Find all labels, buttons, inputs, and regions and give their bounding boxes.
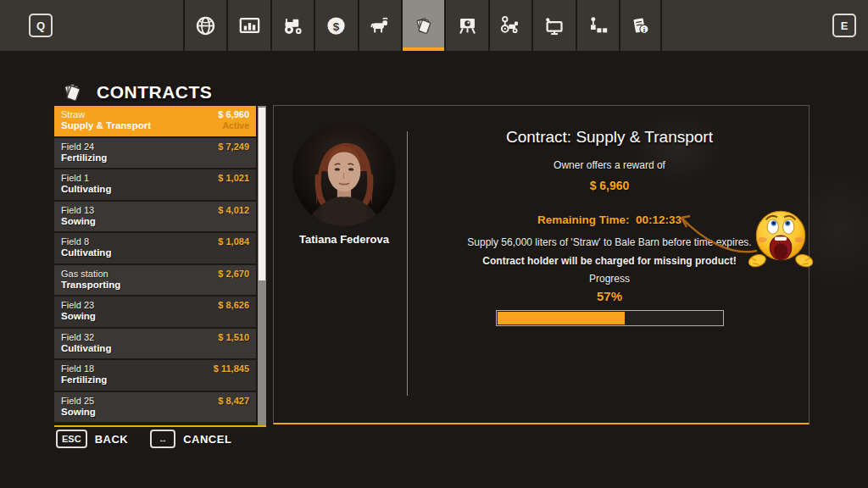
contract-type: Sowing xyxy=(61,311,96,321)
top-menu-bar: Q $i E xyxy=(0,0,868,51)
panel-divider xyxy=(407,131,408,396)
monitor-icon xyxy=(542,14,565,37)
contract-row[interactable]: Field 32$ 1,510Cultivating xyxy=(54,329,256,361)
contract-reward: $ 4,012 xyxy=(218,205,249,215)
contract-list-panel: Straw$ 6,960Supply & TransportActiveFiel… xyxy=(54,106,266,427)
tab-structures[interactable] xyxy=(576,0,619,51)
org-chart-icon xyxy=(587,14,609,37)
contract-type: Supply & Transport xyxy=(61,120,151,130)
contract-name: Field 25 xyxy=(61,396,94,406)
contract-row[interactable]: Field 18$ 11,845Fertilizing xyxy=(54,360,256,392)
tab-computer[interactable] xyxy=(531,0,575,51)
contract-name: Field 8 xyxy=(61,236,89,247)
tab-vehicles[interactable] xyxy=(270,0,314,51)
contract-reward: $ 6,960 xyxy=(218,109,249,119)
tab-contracts[interactable] xyxy=(401,0,444,51)
progress-percent: 57% xyxy=(418,289,801,303)
contract-reward: $ 8,626 xyxy=(218,300,249,310)
contract-reward: $ 8,427 xyxy=(218,396,249,406)
back-button[interactable]: ESC BACK xyxy=(56,430,128,448)
contract-name: Field 1 xyxy=(61,173,89,183)
contract-type: Cultivating xyxy=(61,343,111,353)
back-label: BACK xyxy=(95,433,129,446)
papers-icon xyxy=(412,14,435,37)
reward-intro: Owner offers a reward of xyxy=(418,159,801,171)
contract-list: Straw$ 6,960Supply & TransportActiveFiel… xyxy=(54,106,256,425)
page-title: CONTRACTS xyxy=(97,82,212,103)
charge-warning: Contract holder will be charged for miss… xyxy=(418,255,801,267)
contract-type: Cultivating xyxy=(61,247,111,258)
owner-portrait-illustration xyxy=(292,123,396,226)
remaining-time-value: 00:12:33 xyxy=(636,214,682,226)
tab-vehicle-config[interactable] xyxy=(488,0,531,51)
contract-name: Gas station xyxy=(61,269,108,279)
contract-row[interactable]: Field 13$ 4,012Sowing xyxy=(54,202,256,234)
list-scrollbar[interactable] xyxy=(258,106,266,425)
remaining-time-label: Remaining Time: xyxy=(537,214,630,226)
contract-detail-panel: Tatiana Federova Contract: Supply & Tran… xyxy=(273,105,810,424)
contract-name: Field 24 xyxy=(61,141,94,152)
progress-bar-fill xyxy=(498,312,625,324)
machine-nodes-icon xyxy=(499,14,522,37)
remaining-time: Remaining Time: 00:12:33 xyxy=(418,214,801,226)
contract-type: Fertilizing xyxy=(61,152,107,163)
key-hint-e[interactable]: E xyxy=(832,14,856,37)
contract-row[interactable]: Field 25$ 8,427Sowing xyxy=(54,392,256,424)
topbar-tabs: $i xyxy=(183,0,662,51)
tab-production[interactable] xyxy=(444,0,487,51)
svg-text:$: $ xyxy=(333,19,340,32)
contract-reward: $ 1,084 xyxy=(218,236,249,247)
contract-row[interactable]: Field 8$ 1,084Cultivating xyxy=(54,233,256,265)
cancel-label: CANCEL xyxy=(183,433,231,446)
tab-finances[interactable]: $ xyxy=(314,0,357,51)
contract-row[interactable]: Field 24$ 7,249Fertilizing xyxy=(54,138,256,170)
contract-row[interactable]: Field 23$ 8,626Sowing xyxy=(54,297,256,329)
reward-amount: $ 6,960 xyxy=(418,179,801,192)
bar-chart-icon xyxy=(238,14,261,37)
contract-reward: $ 11,845 xyxy=(214,363,249,374)
info-sheet-icon: i xyxy=(629,14,652,37)
tab-animals[interactable] xyxy=(358,0,401,51)
progress-bar xyxy=(496,310,724,326)
contract-reward: $ 7,249 xyxy=(218,141,249,152)
contract-status: Active xyxy=(222,120,249,130)
cow-icon xyxy=(369,14,392,37)
contract-name: Field 23 xyxy=(61,300,94,310)
contract-name: Field 13 xyxy=(61,205,94,215)
supply-instruction: Supply 56,000 liters of 'Straw' to Bale … xyxy=(418,236,801,248)
progress-label: Progress xyxy=(418,273,801,285)
tab-help[interactable]: i xyxy=(619,0,662,51)
esc-key-icon: ESC xyxy=(56,430,87,448)
contract-row[interactable]: Field 1$ 1,021Cultivating xyxy=(54,169,256,202)
contract-name: Field 32 xyxy=(61,332,94,342)
contract-name: Field 18 xyxy=(61,363,94,374)
contract-row[interactable]: Gas station$ 2,670Transporting xyxy=(54,265,256,297)
tab-map[interactable] xyxy=(183,0,226,51)
contract-type: Fertilizing xyxy=(61,374,107,385)
contract-reward: $ 2,670 xyxy=(218,269,249,279)
page-header: CONTRACTS xyxy=(59,80,212,105)
contracts-icon xyxy=(59,80,85,105)
contract-reward: $ 1,021 xyxy=(218,173,249,183)
avatar xyxy=(292,123,396,226)
contract-reward: $ 1,510 xyxy=(218,332,249,342)
contract-type: Sowing xyxy=(61,216,96,226)
contract-type: Sowing xyxy=(61,407,96,417)
key-hint-q[interactable]: Q xyxy=(29,14,53,37)
contract-row[interactable]: Straw$ 6,960Supply & TransportActive xyxy=(54,106,256,138)
contract-name: Straw xyxy=(61,109,85,119)
owner-name: Tatiana Federova xyxy=(274,233,415,246)
contract-type: Cultivating xyxy=(61,184,111,194)
footer-controls: ESC BACK ↔ CANCEL xyxy=(56,430,231,448)
contract-type: Transporting xyxy=(61,280,120,290)
tractor-icon xyxy=(281,14,304,37)
globe-icon xyxy=(194,14,217,37)
tab-prices[interactable] xyxy=(226,0,270,51)
easel-icon xyxy=(456,14,479,37)
contract-details: Contract: Supply & Transport Owner offer… xyxy=(418,128,801,326)
scrollbar-thumb[interactable] xyxy=(259,108,265,280)
coin-icon: $ xyxy=(325,14,348,37)
contract-title: Contract: Supply & Transport xyxy=(418,128,801,147)
cancel-button[interactable]: ↔ CANCEL xyxy=(150,430,231,448)
arrows-key-icon: ↔ xyxy=(150,430,175,448)
